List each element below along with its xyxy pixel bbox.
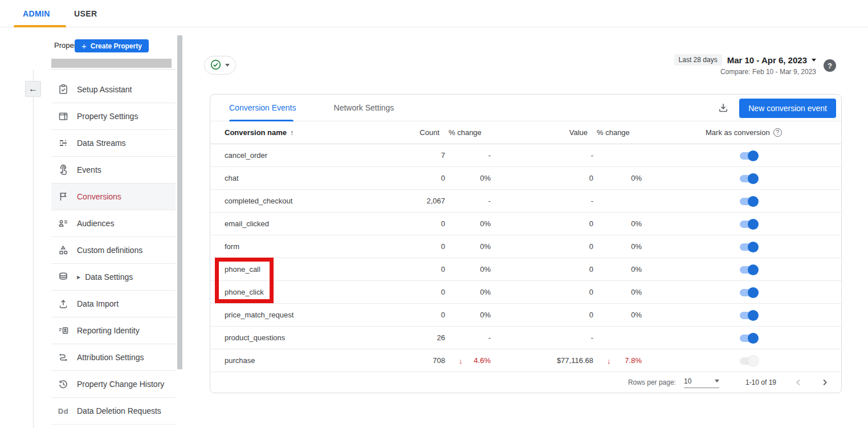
mark-as-conversion-toggle[interactable] (740, 335, 757, 342)
audiences-icon (58, 218, 69, 229)
column-header-conversion-name[interactable]: Conversion name ↑ (210, 128, 388, 137)
mark-as-conversion-cell (642, 356, 841, 365)
reporting-identity-icon (58, 325, 69, 336)
tab-user[interactable]: USER (65, 0, 107, 27)
date-range-selector[interactable]: Mar 10 - Apr 6, 2023 (727, 55, 816, 65)
toggle-knob (748, 356, 759, 366)
rows-per-page-select[interactable]: 10 (684, 377, 719, 388)
count-change-cell: 0% (445, 265, 491, 274)
collapse-panel-button[interactable]: ← (25, 81, 41, 97)
table-row: phone_call00%00% (210, 258, 841, 281)
value-cell: 0 (491, 265, 593, 274)
date-range-block: Last 28 days Mar 10 - Apr 6, 2023 Compar… (674, 54, 816, 76)
date-preset-badge: Last 28 days (674, 54, 722, 66)
sidebar-item-data-settings[interactable]: ▶ Data Settings (51, 264, 176, 291)
property-change-history-icon (58, 378, 69, 390)
download-icon[interactable] (718, 102, 729, 115)
column-header-mark-as-conversion: Mark as conversion ? (642, 128, 841, 137)
mark-as-conversion-toggle[interactable] (740, 198, 757, 205)
sidebar-item-audiences[interactable]: Audiences (51, 210, 176, 237)
tab-admin[interactable]: ADMIN (14, 0, 59, 27)
attribution-settings-icon (58, 352, 69, 363)
data-deletion-requests-icon: Dd (58, 405, 69, 417)
sidebar-item-attribution-settings[interactable]: Attribution Settings (51, 344, 176, 371)
help-tooltip-icon[interactable]: ? (773, 128, 782, 137)
value-cell: - (491, 197, 593, 205)
tab-network-settings[interactable]: Network Settings (334, 103, 394, 112)
count-cell: 0 (388, 288, 445, 296)
count-change-cell: 0% (445, 288, 491, 296)
table-row: product_questions26-- (210, 327, 841, 349)
property-name-redacted-bar (51, 59, 172, 68)
table-row: chat00%00% (210, 167, 841, 190)
conversion-name-cell: product_questions (210, 333, 388, 342)
segment-status-chip[interactable] (204, 56, 236, 75)
mark-as-conversion-toggle[interactable] (740, 243, 757, 251)
column-header-value[interactable]: Value (491, 128, 593, 137)
create-property-button[interactable]: + Create Property (75, 39, 149, 52)
mark-as-conversion-toggle[interactable] (740, 289, 757, 296)
mark-as-conversion-toggle[interactable] (740, 152, 757, 160)
tab-admin-label: ADMIN (23, 9, 50, 18)
mark-as-conversion-toggle[interactable] (740, 221, 757, 228)
sidebar-item-events[interactable]: Events (51, 157, 176, 184)
value-cell: 0 (491, 174, 593, 182)
compare-date-label: Compare: Feb 10 - Mar 9, 2023 (720, 68, 816, 76)
column-header-count-change: % change (445, 128, 491, 137)
conversion-name-cell: phone_click (210, 288, 388, 296)
conversion-name-cell: purchase (210, 356, 388, 365)
new-conversion-event-button[interactable]: New conversion event (739, 99, 836, 118)
mark-as-conversion-cell (642, 197, 841, 205)
mark-as-conversion-toggle[interactable] (740, 266, 757, 274)
mark-as-conversion-toggle[interactable] (740, 312, 757, 319)
sidebar-item-label: Data Import (77, 299, 119, 308)
sidebar-item-conversions[interactable]: Conversions (51, 184, 176, 210)
conversion-events-card: Conversion Events Network Settings New c… (210, 94, 842, 393)
sidebar-item-reporting-identity[interactable]: Reporting Identity (51, 317, 176, 344)
mark-as-conversion-toggle[interactable] (740, 175, 757, 182)
sidebar-item-label: Data Deletion Requests (77, 406, 161, 415)
next-page-button[interactable] (821, 378, 829, 386)
sidebar-item-label: Audiences (77, 219, 114, 228)
rows-per-page-value: 10 (684, 377, 691, 385)
sidebar-item-setup-assistant[interactable]: Setup Assistant (51, 76, 176, 103)
sidebar-item-data-streams[interactable]: Data Streams (51, 130, 176, 157)
expand-caret-icon[interactable]: ▶ (77, 275, 80, 280)
question-mark-icon: ? (828, 62, 832, 70)
data-settings-icon (58, 271, 69, 283)
count-change-cell: - (445, 151, 491, 160)
toggle-knob (748, 219, 759, 230)
count-change-cell: ↓4.6% (445, 356, 491, 365)
count-cell: 2,067 (388, 197, 445, 205)
sidebar-item-data-deletion-requests[interactable]: Dd Data Deletion Requests (51, 398, 176, 425)
value-change-cell: ↓7.8% (593, 356, 642, 365)
sidebar-item-property-settings[interactable]: Property Settings (51, 103, 176, 130)
rows-per-page-label: Rows per page: (628, 378, 676, 386)
toggle-knob (748, 196, 759, 207)
toggle-knob (748, 150, 759, 161)
sidebar-item-custom-definitions[interactable]: Custom definitions (51, 237, 176, 264)
table-row: cancel_order7-- (210, 144, 841, 167)
sidebar-item-label: Data Streams (77, 138, 126, 148)
count-change-cell: - (445, 197, 491, 205)
chevron-down-icon (715, 380, 719, 382)
column-header-value-change: % change (593, 128, 642, 137)
mark-as-conversion-toggle[interactable] (740, 357, 757, 365)
table-row: form00%00% (210, 235, 841, 258)
tab-user-label: USER (74, 9, 97, 18)
value-change-cell: 0% (593, 311, 642, 319)
sidebar-scrollbar[interactable] (177, 35, 182, 369)
sidebar-item-label: Property Change History (77, 380, 164, 389)
count-change-cell: 0% (445, 311, 491, 319)
value-cell: - (491, 333, 593, 342)
sidebar-item-data-import[interactable]: Data Import (51, 291, 176, 317)
sidebar-item-property-change-history[interactable]: Property Change History (51, 371, 176, 398)
column-header-count[interactable]: Count (388, 128, 445, 137)
help-button[interactable]: ? (824, 59, 836, 72)
tab-conversion-events[interactable]: Conversion Events (229, 103, 296, 112)
trend-down-icon: ↓ (459, 356, 463, 365)
mark-as-conversion-cell (642, 333, 841, 342)
value-change-cell: 0% (593, 174, 642, 182)
previous-page-button[interactable] (794, 378, 802, 386)
sidebar-item-label: Conversions (77, 192, 121, 201)
